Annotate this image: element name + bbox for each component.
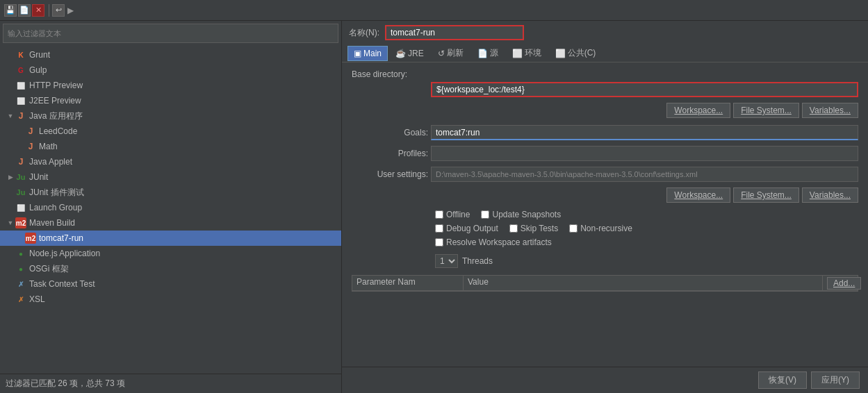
filesystem-btn-2[interactable]: File System...	[733, 187, 799, 203]
checkbox-skip-tests[interactable]: Skip Tests	[509, 224, 558, 233]
checkbox-offline[interactable]: Offline	[435, 210, 470, 219]
tree-label: Java Applet	[29, 157, 72, 167]
tree-item-tomcat7-run[interactable]: m2 tomcat7-run	[0, 231, 341, 246]
offline-checkbox[interactable]	[435, 210, 443, 219]
tree-item-osgi[interactable]: ● OSGi 框架	[0, 261, 341, 276]
status-text: 过滤器已匹配 26 项，总共 73 项	[6, 378, 125, 390]
resolve-workspace-checkbox[interactable]	[435, 238, 443, 246]
gulp-icon: G	[15, 65, 26, 76]
tab-source[interactable]: 📄 源	[471, 46, 505, 61]
tree-item-junit-plugin[interactable]: Ju JUnit 插件测试	[0, 185, 341, 200]
tab-env[interactable]: ⬜ 环境	[506, 46, 548, 61]
name-label: 名称(N):	[349, 27, 379, 39]
non-recursive-checkbox[interactable]	[569, 224, 578, 233]
base-dir-btns: Workspace... File System... Variables...	[352, 103, 858, 118]
add-param-button[interactable]: Add...	[827, 277, 861, 290]
checkbox-row-2: Debug Output Skip Tests Non-recursive	[435, 224, 858, 233]
close-x-button[interactable]: ✕	[32, 4, 44, 17]
tree-item-maven-build[interactable]: ▼ m2 Maven Build	[0, 215, 341, 231]
debug-output-label: Debug Output	[446, 224, 498, 233]
non-recursive-label: Non-recursive	[580, 224, 632, 233]
skip-tests-label: Skip Tests	[521, 224, 558, 233]
skip-tests-checkbox[interactable]	[509, 224, 518, 233]
new-button[interactable]: 📄	[18, 4, 31, 17]
variables-btn-2[interactable]: Variables...	[802, 187, 858, 203]
tab-common[interactable]: ⬜ 公共(C)	[549, 46, 603, 61]
offline-label: Offline	[446, 210, 470, 219]
tree-item-java-app[interactable]: ▼ J Java 应用程序	[0, 108, 341, 124]
threads-select[interactable]: 1 2 4	[435, 254, 458, 268]
arrow-icon: ▶	[67, 6, 74, 15]
tree-item-xsl[interactable]: ✗ XSL	[0, 292, 341, 307]
base-dir-input[interactable]	[431, 82, 858, 97]
bottom-bar: 恢复(V) 应用(Y)	[342, 367, 868, 393]
restore-button[interactable]: 恢复(V)	[758, 371, 807, 389]
tree-label: Grunt	[29, 50, 50, 60]
tab-label: 刷新	[447, 47, 464, 59]
bottom-right-btns: 恢复(V) 应用(Y)	[758, 371, 860, 389]
workspace-btn-2[interactable]: Workspace...	[666, 187, 730, 203]
tree-label: Java 应用程序	[29, 110, 83, 122]
tree-label: JUnit 插件测试	[29, 187, 84, 199]
param-table: Parameter Nam Value Add...	[352, 275, 858, 292]
tab-main[interactable]: ▣ Main	[347, 46, 388, 61]
workspace-btn-1[interactable]: Workspace...	[666, 103, 730, 118]
apply-button[interactable]: 应用(Y)	[811, 371, 860, 389]
main-layout: 输入过滤器文本 K Grunt G Gulp ⬜ HTTP Preview	[0, 21, 868, 393]
user-settings-input[interactable]	[431, 167, 858, 182]
tree-item-nodejs[interactable]: ● Node.js Application	[0, 246, 341, 261]
tree-item-junit[interactable]: ▶ Ju JUnit	[0, 169, 341, 185]
user-settings-row: User settings:	[352, 167, 858, 182]
checkbox-debug[interactable]: Debug Output	[435, 224, 498, 233]
osgi-icon: ●	[15, 263, 26, 274]
param-col-value: Value	[464, 276, 823, 290]
tree-label: Launch Group	[29, 203, 82, 212]
checkbox-non-recursive[interactable]: Non-recursive	[569, 224, 632, 233]
tree-item-japplet[interactable]: J Java Applet	[0, 154, 341, 169]
filesystem-btn-1[interactable]: File System...	[733, 103, 799, 118]
tree-item-grunt[interactable]: K Grunt	[0, 47, 341, 62]
expand-icon: ▶	[6, 174, 15, 181]
variables-btn-1[interactable]: Variables...	[802, 103, 858, 118]
threads-row: 1 2 4 Threads	[352, 254, 858, 268]
search-bar[interactable]: 输入过滤器文本	[3, 24, 338, 43]
tree-item-gulp[interactable]: G Gulp	[0, 62, 341, 78]
debug-output-checkbox[interactable]	[435, 224, 443, 233]
checkbox-update-snapshots[interactable]: Update Snapshots	[481, 210, 561, 219]
source-tab-icon: 📄	[477, 49, 488, 58]
tree-item-task[interactable]: ✗ Task Context Test	[0, 276, 341, 292]
tab-label: Main	[363, 49, 382, 58]
checkbox-row-3: Resolve Workspace artifacts	[435, 237, 858, 247]
jre-tab-icon: ☕	[395, 49, 406, 58]
update-snapshots-checkbox[interactable]	[481, 210, 489, 219]
undo-button[interactable]: ↩	[52, 4, 65, 17]
junit-icon: Ju	[15, 172, 26, 183]
param-table-header: Parameter Nam Value Add...	[352, 276, 858, 291]
tree-label: J2EE Preview	[29, 96, 81, 106]
checkbox-resolve-workspace[interactable]: Resolve Workspace artifacts	[435, 237, 552, 247]
profiles-row: Profiles:	[352, 146, 858, 161]
tomcat-icon: m2	[25, 233, 36, 244]
name-input[interactable]	[385, 25, 524, 40]
goals-row: Goals:	[352, 125, 858, 140]
save-button[interactable]: 💾	[4, 4, 17, 17]
profiles-input[interactable]	[431, 146, 858, 161]
tab-label: 环境	[525, 47, 541, 59]
tree-item-leedcode[interactable]: J LeedCode	[0, 124, 341, 139]
titlebar: 💾 📄 ✕ ↩ ▶	[0, 0, 868, 21]
tree-label: tomcat7-run	[39, 233, 83, 243]
tree-item-http[interactable]: ⬜ HTTP Preview	[0, 78, 341, 93]
tree-area[interactable]: K Grunt G Gulp ⬜ HTTP Preview ⬜ J2EE Pre…	[0, 46, 341, 374]
tree-item-j2ee[interactable]: ⬜ J2EE Preview	[0, 93, 341, 108]
tree-item-math[interactable]: J Math	[0, 139, 341, 154]
checkbox-row-1: Offline Update Snapshots	[435, 210, 858, 219]
tab-refresh[interactable]: ↺ 刷新	[432, 46, 470, 61]
goals-input[interactable]	[431, 125, 858, 140]
tabs-bar: ▣ Main ☕ JRE ↺ 刷新 📄 源 ⬜ 环境 ⬜ 公共(C)	[342, 44, 868, 62]
tree-item-launch[interactable]: ⬜ Launch Group	[0, 200, 341, 215]
threads-label: Threads	[462, 256, 493, 266]
nodejs-icon: ●	[15, 248, 26, 259]
tab-jre[interactable]: ☕ JRE	[389, 46, 430, 61]
tree-label: XSL	[29, 294, 45, 304]
env-tab-icon: ⬜	[512, 49, 523, 58]
